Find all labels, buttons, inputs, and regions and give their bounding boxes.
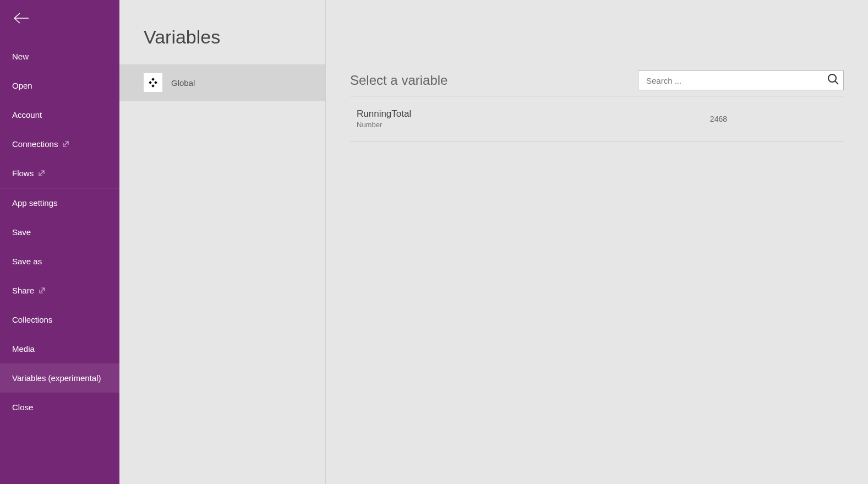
sidebar-item-label: Save — [12, 227, 31, 237]
external-link-icon — [39, 287, 46, 294]
sidebar-item-account[interactable]: Account — [0, 100, 119, 129]
sidebar-item-flows[interactable]: Flows — [0, 159, 119, 188]
svg-rect-7 — [151, 84, 155, 88]
svg-rect-6 — [154, 81, 157, 84]
svg-line-2 — [40, 171, 44, 175]
variable-value: 2468 — [710, 115, 837, 123]
sidebar-item-label: Media — [12, 344, 35, 354]
sidebar-item-label: Account — [12, 110, 42, 119]
svg-rect-5 — [149, 81, 152, 84]
sidebar-item-label: Collections — [12, 315, 52, 324]
sidebar-item-close[interactable]: Close — [0, 393, 119, 422]
sidebar-item-share[interactable]: Share — [0, 276, 119, 305]
search-input[interactable] — [638, 70, 844, 90]
sidebar-item-label: New — [12, 52, 29, 61]
scope-item-label: Global — [171, 78, 195, 88]
sidebar-item-collections[interactable]: Collections — [0, 305, 119, 334]
global-scope-icon — [144, 73, 162, 92]
sidebar-item-new[interactable]: New — [0, 42, 119, 71]
variable-list-title: Select a variable — [350, 73, 447, 88]
variable-row[interactable]: RunningTotal Number 2468 — [350, 96, 844, 142]
variable-name: RunningTotal — [357, 108, 411, 119]
back-button[interactable] — [0, 0, 119, 42]
external-link-icon — [38, 170, 45, 177]
sidebar-item-variables[interactable]: Variables (experimental) — [0, 363, 119, 393]
svg-line-3 — [41, 288, 45, 292]
variable-type: Number — [357, 121, 411, 129]
sidebar-item-app-settings[interactable]: App settings — [0, 188, 119, 217]
svg-line-1 — [64, 142, 68, 145]
sidebar-item-label: Close — [12, 403, 33, 412]
svg-rect-4 — [151, 78, 155, 81]
search-wrap — [638, 70, 844, 90]
external-link-icon — [62, 140, 69, 148]
back-arrow-icon — [13, 12, 30, 24]
sidebar-item-label: Variables (experimental) — [12, 373, 101, 383]
panel-title: Variables — [119, 26, 325, 64]
sidebar-item-label: Share — [12, 286, 34, 295]
sidebar-item-media[interactable]: Media — [0, 334, 119, 363]
sidebar-item-connections[interactable]: Connections — [0, 129, 119, 159]
sidebar-item-save-as[interactable]: Save as — [0, 247, 119, 276]
variable-info: RunningTotal Number — [357, 108, 411, 129]
sidebar-item-label: Connections — [12, 139, 58, 149]
variable-scope-panel: Variables Global — [119, 0, 326, 484]
sidebar-item-open[interactable]: Open — [0, 71, 119, 100]
variable-list-panel: Select a variable RunningTotal Number 24… — [326, 0, 868, 484]
sidebar-item-label: App settings — [12, 198, 58, 208]
scope-item-global[interactable]: Global — [119, 64, 325, 101]
sidebar-item-label: Save as — [12, 257, 42, 266]
sidebar-item-label: Open — [12, 81, 32, 90]
sidebar-item-label: Flows — [12, 168, 34, 178]
sidebar-item-save[interactable]: Save — [0, 217, 119, 247]
variable-list-header: Select a variable — [350, 70, 844, 96]
file-menu-sidebar: New Open Account Connections Flows App s… — [0, 0, 119, 484]
